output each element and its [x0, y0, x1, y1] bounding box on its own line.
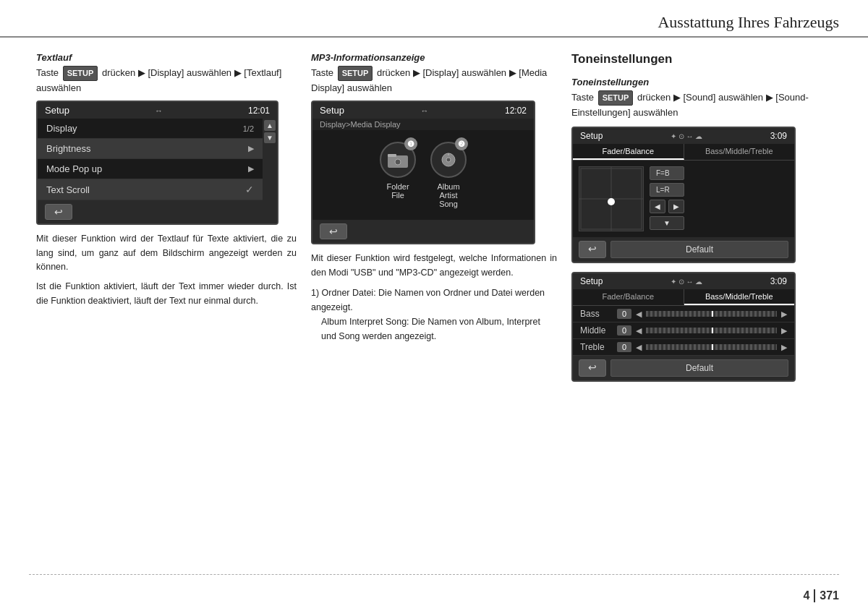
screen-mid-subtitle: Display>Media Display — [312, 119, 534, 130]
sound-tabs-1: Fader/Balance Bass/Middle/Treble — [573, 144, 794, 161]
menu-item-display-label: Display — [46, 123, 77, 134]
screen-sound-1: Setup ✦ ⊙ ↔ ☁ 3:09 Fader/Balance Bass/Mi… — [571, 127, 796, 263]
tab-bmt[interactable]: Bass/Middle/Treble — [684, 289, 795, 305]
back-row-mid: ↩ — [312, 220, 534, 243]
middle-bar — [646, 328, 777, 333]
screen-sound-1-time: 3:09 — [770, 131, 787, 141]
right-instruction: Taste SETUP drücken ▶ [Sound] auswählen … — [571, 90, 846, 119]
sound-back-btn-1[interactable]: ↩ — [579, 241, 606, 258]
middle-arrow-left[interactable]: ◀ — [636, 326, 642, 336]
setup-badge-left: SETUP — [63, 66, 98, 81]
mp3-label-song: Song — [439, 200, 458, 208]
middle-arrow-right[interactable]: ▶ — [781, 326, 787, 336]
left-desc2: Ist die Funktion aktiviert, läuft der Te… — [36, 280, 297, 308]
bass-value: 0 — [617, 309, 631, 319]
setup-badge-mid: SETUP — [338, 66, 373, 81]
arrow-right-2: ▶ — [766, 92, 773, 103]
default-btn-2[interactable]: Default — [610, 359, 788, 377]
sound-back-row-1: ↩ Default — [573, 237, 794, 262]
scroll-up: ▲ — [264, 120, 276, 131]
page-num-right: 371 — [820, 589, 839, 602]
menu-item-display: Display 1/2 — [38, 119, 263, 139]
mid-column: MP3-Informationsanzeige Taste SETUP drüc… — [311, 52, 571, 390]
menu-item-brightness: Brightness ▶ — [38, 139, 263, 159]
middle-label: Middle — [580, 325, 613, 336]
fb-button[interactable]: F=B — [650, 166, 684, 180]
treble-row: Treble 0 ◀ ▶ — [573, 339, 794, 356]
menu-page: 1/2 — [243, 124, 254, 133]
menu-textscroll-label: Text Scroll — [46, 184, 90, 195]
screen-mid-icon: ↔ — [420, 106, 428, 115]
menu-textscroll-check: ✓ — [245, 184, 254, 195]
bass-row: Bass 0 ◀ ▶ — [573, 306, 794, 322]
back-btn-left[interactable]: ↩ — [45, 204, 72, 220]
page-header: Ausstattung Ihres Fahrzeugs — [0, 0, 868, 38]
mid-list: 1) Ordner Datei: Die Namen von Ordner un… — [311, 286, 557, 343]
screen-sound-2: Setup ✦ ⊙ ↔ ☁ 3:09 Fader/Balance Bass/Mi… — [571, 272, 796, 382]
fader-grid-svg — [579, 167, 643, 231]
menu-modepopup-label: Mode Pop up — [46, 163, 102, 174]
setup-badge-right: SETUP — [598, 90, 634, 106]
mid-section-title: MP3-Informationsanzeige — [311, 52, 557, 63]
arrow-1: ▶ — [138, 67, 145, 78]
bass-bar — [646, 311, 777, 317]
arrow-mid-2: ▶ — [509, 67, 516, 78]
back-btn-mid[interactable]: ↩ — [320, 223, 347, 239]
screen-sound-2-header: Setup ✦ ⊙ ↔ ☁ 3:09 — [573, 273, 794, 289]
middle-row: Middle 0 ◀ ▶ — [573, 322, 794, 339]
arrow-row-1: ◀ ▶ — [650, 200, 684, 213]
menu-brightness-label: Brightness — [46, 143, 90, 154]
bass-bar-line — [712, 311, 713, 317]
arrow-left-btn[interactable]: ◀ — [650, 200, 665, 213]
screen-mid-time: 12:02 — [505, 106, 527, 116]
screen-left-body: Display 1/2 Brightness ▶ Mode Pop up ▶ T… — [38, 119, 277, 200]
default-btn-1[interactable]: Default — [610, 241, 788, 258]
bass-arrow-left[interactable]: ◀ — [636, 309, 642, 319]
screen-left: Setup ↔ 12:01 Display 1/2 Brightness ▶ M… — [36, 101, 278, 225]
tab-fader[interactable]: Fader/Balance — [573, 144, 684, 160]
scrollbar-left: ▲ ▼ — [263, 119, 277, 200]
treble-label: Treble — [580, 342, 613, 352]
menu-item-textscroll: Text Scroll ✓ — [38, 179, 263, 200]
footer-divider — [29, 574, 839, 575]
svg-point-4 — [446, 158, 451, 162]
header-title: Ausstattung Ihres Fahrzeugs — [658, 13, 839, 31]
mid-desc: Mit dieser Funktion wird festgelegt, wel… — [311, 252, 557, 280]
left-column: Textlauf Taste SETUP drücken ▶ [Display]… — [36, 52, 311, 390]
screen-sound-1-title: Setup — [580, 131, 603, 141]
mp3-icon-folder: ❶ — [380, 142, 416, 178]
arrow-right-btn[interactable]: ▶ — [668, 200, 684, 213]
screen-sound-1-icons: ✦ ⊙ ↔ ☁ — [671, 132, 702, 140]
treble-value: 0 — [617, 342, 631, 352]
arrow-right-1: ▶ — [673, 92, 681, 103]
treble-arrow-right[interactable]: ▶ — [781, 343, 787, 352]
mp3-label-album: Album — [437, 182, 459, 191]
page-num-left: 4 — [803, 589, 815, 602]
bass-label: Bass — [580, 309, 613, 319]
arrow-down-btn[interactable]: ▼ — [650, 216, 684, 230]
fb-lr-controls: F=B L=R ◀ ▶ ▼ — [650, 166, 684, 231]
treble-arrow-left[interactable]: ◀ — [636, 343, 642, 352]
page-footer: 4 371 — [803, 589, 839, 602]
svg-point-2 — [395, 159, 401, 165]
menu-item-modepopup: Mode Pop up ▶ — [38, 159, 263, 179]
mid-list-item-1: 1) Ordner Datei: Die Namen von Ordner un… — [311, 286, 557, 315]
bass-arrow-right[interactable]: ▶ — [781, 309, 787, 319]
treble-bar-line — [712, 344, 713, 350]
mp3-option-1: ❶ Folder File — [380, 142, 416, 208]
mp3-num-2: ❷ — [455, 137, 468, 150]
mp3-num-1: ❶ — [404, 137, 417, 150]
arrow-2: ▶ — [234, 67, 242, 78]
screen-left-title: Setup — [45, 105, 69, 116]
screen-left-header: Setup ↔ 12:01 — [38, 102, 277, 119]
sound-tabs-2: Fader/Balance Bass/Middle/Treble — [573, 289, 794, 306]
sound-back-btn-2[interactable]: ↩ — [579, 359, 606, 377]
lr-button[interactable]: L=R — [650, 183, 684, 197]
mid-list-item-2: Album Interpret Song: Die Namen von Albu… — [311, 315, 557, 343]
sound-back-row-2: ↩ Default — [573, 356, 794, 380]
left-instruction: Taste SETUP drücken ▶ [Display] auswähle… — [36, 66, 297, 95]
tab-bass-middle[interactable]: Bass/Middle/Treble — [684, 144, 795, 160]
screen-sound-2-title: Setup — [580, 276, 603, 286]
folder-icon — [388, 152, 408, 168]
tab-fader-2[interactable]: Fader/Balance — [573, 289, 684, 305]
